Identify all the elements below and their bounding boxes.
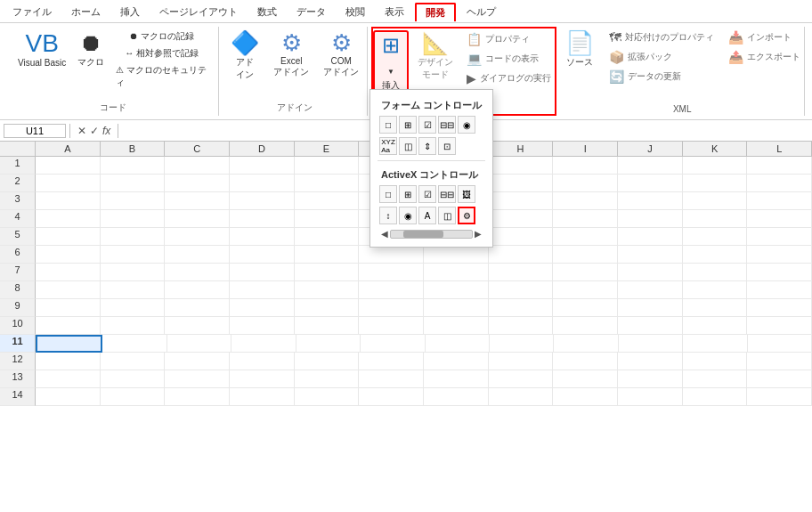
tab-data[interactable]: データ: [288, 2, 335, 22]
form-ctrl-group-1[interactable]: ◫: [399, 137, 417, 155]
col-header-c[interactable]: C: [165, 142, 230, 156]
col-header-k[interactable]: K: [683, 142, 748, 156]
cell-E9[interactable]: [295, 299, 360, 317]
cell-I12[interactable]: [553, 353, 618, 370]
cell-K4[interactable]: [683, 210, 748, 228]
macro-security-button[interactable]: ⚠ マクロのセキュリティ: [112, 62, 211, 91]
cell-L5[interactable]: [747, 228, 812, 246]
cell-A11[interactable]: [36, 335, 102, 353]
row-number-12[interactable]: 12: [0, 353, 36, 370]
cell-E11[interactable]: [296, 335, 361, 353]
cell-K1[interactable]: [683, 157, 748, 175]
cell-B13[interactable]: [101, 370, 166, 388]
cell-H4[interactable]: [489, 210, 554, 228]
cell-A1[interactable]: [36, 157, 101, 175]
cell-E3[interactable]: [295, 192, 360, 210]
cell-L8[interactable]: [747, 281, 812, 299]
cell-H5[interactable]: [489, 228, 554, 246]
com-addin-button[interactable]: ⚙ COMアドイン: [318, 28, 364, 81]
fx-label[interactable]: fx: [102, 125, 110, 137]
cell-I14[interactable]: [553, 388, 618, 406]
cell-L14[interactable]: [747, 388, 812, 406]
col-header-l[interactable]: L: [747, 142, 812, 156]
activex-scroll-1[interactable]: ↕: [379, 207, 397, 224]
tab-file[interactable]: ファイル: [4, 2, 61, 22]
cell-B12[interactable]: [101, 353, 166, 370]
cell-L11[interactable]: [748, 335, 812, 353]
row-number-10[interactable]: 10: [0, 317, 36, 335]
insert-control-button[interactable]: ⊞▼ 挿入: [373, 30, 409, 96]
cell-I13[interactable]: [553, 370, 618, 388]
excel-addin-button[interactable]: ⚙ Excelアドイン: [268, 28, 314, 81]
row-number-2[interactable]: 2: [0, 175, 36, 192]
col-header-e[interactable]: E: [295, 142, 360, 156]
record-macro-button[interactable]: ⏺ マクロの記録: [112, 28, 211, 45]
cell-B5[interactable]: [101, 228, 166, 246]
cell-E8[interactable]: [295, 281, 360, 299]
cell-C11[interactable]: [167, 335, 231, 353]
cell-D5[interactable]: [230, 228, 295, 246]
cell-H12[interactable]: [489, 353, 554, 370]
cell-K12[interactable]: [683, 353, 748, 370]
cell-L4[interactable]: [747, 210, 812, 228]
cell-H1[interactable]: [489, 157, 554, 175]
col-header-d[interactable]: D: [230, 142, 295, 156]
scroll-left-arrow[interactable]: ◀: [379, 229, 390, 239]
cell-C8[interactable]: [165, 281, 230, 299]
row-number-9[interactable]: 9: [0, 299, 36, 317]
cell-I4[interactable]: [553, 210, 618, 228]
cell-D2[interactable]: [230, 175, 295, 192]
activex-list-1[interactable]: ⊟⊟: [438, 185, 456, 203]
cell-D9[interactable]: [230, 299, 295, 317]
cell-L2[interactable]: [747, 175, 812, 192]
cell-L6[interactable]: [747, 246, 812, 264]
cell-L3[interactable]: [747, 192, 812, 210]
cell-D3[interactable]: [230, 192, 295, 210]
cell-I3[interactable]: [553, 192, 618, 210]
cell-A8[interactable]: [36, 281, 101, 299]
relative-ref-button[interactable]: ↔ 相対参照で記録: [112, 45, 211, 61]
cell-K5[interactable]: [683, 228, 748, 246]
cell-D4[interactable]: [230, 210, 295, 228]
cell-J10[interactable]: [618, 317, 683, 335]
tab-review[interactable]: 校閲: [337, 2, 374, 22]
cell-D11[interactable]: [231, 335, 296, 353]
cell-G9[interactable]: [424, 299, 489, 317]
cancel-icon[interactable]: ✕: [77, 125, 86, 137]
cell-K14[interactable]: [683, 388, 748, 406]
form-ctrl-check-1[interactable]: ☑: [418, 116, 436, 134]
export-button[interactable]: 📤 エクスポート: [724, 48, 805, 66]
row-number-5[interactable]: 5: [0, 228, 36, 246]
cell-I2[interactable]: [553, 175, 618, 192]
cell-B8[interactable]: [101, 281, 166, 299]
activex-btn-1[interactable]: □: [379, 185, 397, 203]
activex-more-1[interactable]: ⚙: [458, 207, 475, 224]
cell-H6[interactable]: [489, 246, 554, 264]
cell-I10[interactable]: [553, 317, 618, 335]
scroll-track[interactable]: [390, 230, 473, 239]
cell-C12[interactable]: [165, 353, 230, 370]
cell-G12[interactable]: [424, 353, 489, 370]
dropdown-scrollbar[interactable]: ◀ ▶: [376, 226, 487, 241]
cell-K7[interactable]: [683, 264, 748, 281]
cell-E6[interactable]: [295, 246, 360, 264]
cell-J8[interactable]: [618, 281, 683, 299]
tab-view[interactable]: 表示: [376, 2, 413, 22]
col-header-i[interactable]: I: [553, 142, 618, 156]
properties-button[interactable]: 📋 プロパティ: [462, 30, 556, 48]
row-number-8[interactable]: 8: [0, 281, 36, 299]
cell-B10[interactable]: [101, 317, 166, 335]
cell-A4[interactable]: [36, 210, 101, 228]
cell-C4[interactable]: [165, 210, 230, 228]
form-ctrl-radio-1[interactable]: ◉: [458, 116, 475, 134]
form-ctrl-combo-1[interactable]: ⊞: [399, 116, 417, 134]
cell-I5[interactable]: [553, 228, 618, 246]
cell-E12[interactable]: [295, 353, 360, 370]
cell-I11[interactable]: [554, 335, 618, 353]
cell-F12[interactable]: [359, 353, 424, 370]
cell-K6[interactable]: [683, 246, 748, 264]
cell-J14[interactable]: [618, 388, 683, 406]
cell-C9[interactable]: [165, 299, 230, 317]
form-ctrl-button-1[interactable]: □: [379, 116, 397, 134]
cell-B11[interactable]: [102, 335, 166, 353]
